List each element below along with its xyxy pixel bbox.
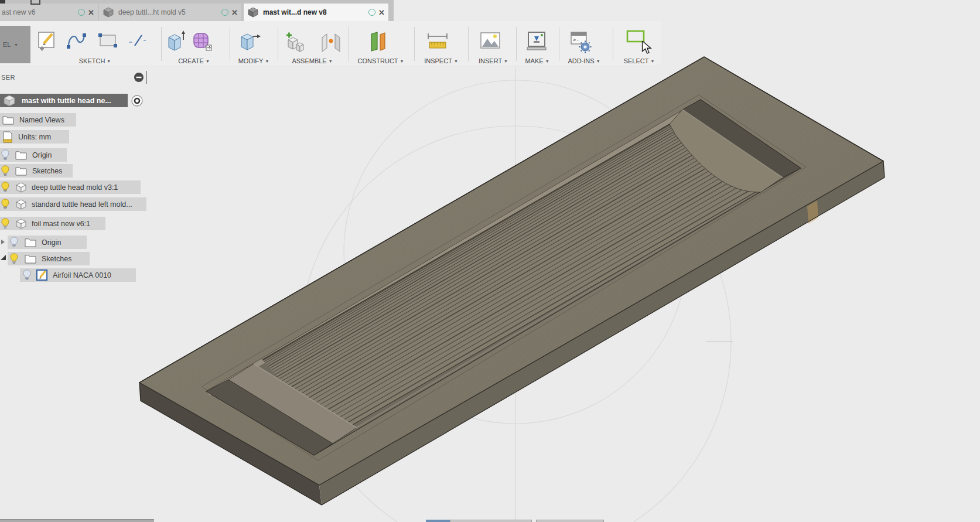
insert-group-label[interactable]: INSERT▼ (479, 57, 508, 64)
assemble-group-label[interactable]: ASSEMBLE▼ (292, 57, 332, 64)
component-cube-icon (3, 94, 16, 107)
measure-icon[interactable] (426, 29, 449, 54)
browser-item-units[interactable]: Units: mm (0, 130, 69, 144)
fusion360-window: ast new v6 ✕ deep tuttl...ht mold v5 ✕ m… (0, 0, 980, 522)
browser-item-origin-child[interactable]: Origin (8, 236, 87, 249)
inspect-group-label[interactable]: INSPECT▼ (424, 57, 458, 64)
sketch-group-label[interactable]: SKETCH▼ (79, 57, 111, 64)
toolbar-separator (278, 27, 278, 61)
cropped-icon-fragment (0, 0, 5, 4)
unsaved-indicator-icon (368, 9, 375, 16)
timeline-fragment-grey[interactable] (536, 520, 604, 522)
tab-title: ast new v6 (2, 8, 73, 16)
document-tab-3-active[interactable]: mast wit...d new v8 ✕ (244, 4, 388, 21)
document-ruler-icon (2, 131, 13, 143)
document-tab-2[interactable]: deep tuttl...ht mold v5 ✕ (99, 4, 241, 21)
construct-plane-icon[interactable] (367, 29, 389, 54)
browser-item-named-views[interactable]: Named Views (0, 113, 76, 127)
close-tab-icon[interactable]: ✕ (231, 9, 238, 16)
browser-item-sketches[interactable]: Sketches (0, 164, 73, 178)
document-tab-1[interactable]: ast new v6 ✕ (0, 4, 98, 21)
visibility-bulb-on-icon[interactable] (10, 253, 18, 264)
document-tab-bar: ast new v6 ✕ deep tuttl...ht mold v5 ✕ m… (0, 0, 394, 21)
folder-icon (25, 238, 36, 247)
tab-title: deep tuttl...ht mold v5 (118, 8, 217, 16)
visibility-bulb-on-icon[interactable] (1, 182, 9, 193)
root-component-label: mast with tuttle head ne... (22, 97, 111, 105)
component-cube-icon (103, 6, 114, 18)
close-tab-icon[interactable]: ✕ (378, 9, 385, 16)
timeline-fragment-bar[interactable] (0, 519, 154, 522)
ribbon-toolbar: EL ▼ (0, 21, 661, 66)
line-icon[interactable] (128, 29, 150, 54)
sketch-icon (36, 269, 48, 281)
unsaved-indicator-icon (221, 9, 228, 16)
create-group-label[interactable]: CREATE▼ (178, 57, 210, 64)
modify-group-label[interactable]: MODIFY▼ (238, 57, 269, 64)
toolbar-separator (414, 27, 415, 61)
expand-arrow-collapsed-icon[interactable] (1, 240, 5, 244)
rectangle-icon[interactable] (97, 29, 119, 54)
create-sketch-icon[interactable] (36, 29, 59, 54)
unsaved-indicator-icon (78, 9, 85, 16)
browser-item-component[interactable]: foil mast new v6:1 (0, 217, 105, 230)
browser-header-label: SER (1, 74, 15, 81)
browser-item-sketches-child[interactable]: Sketches (8, 252, 90, 265)
new-component-icon[interactable] (282, 29, 305, 54)
insert-image-icon[interactable] (479, 29, 501, 54)
expand-arrow-expanded-icon[interactable] (1, 255, 6, 260)
toolbar-separator (613, 27, 613, 61)
toolbar-separator (516, 27, 517, 61)
panel-drag-handle[interactable] (146, 71, 147, 84)
timeline-fragment-blue[interactable] (426, 520, 450, 522)
3d-print-icon[interactable] (525, 29, 548, 54)
press-pull-icon[interactable] (239, 29, 261, 54)
folder-icon (25, 254, 36, 264)
make-group-label[interactable]: MAKE▼ (525, 57, 549, 64)
visibility-bulb-off-icon[interactable] (10, 237, 18, 248)
scripts-addins-icon[interactable]: >- (569, 29, 592, 54)
component-cube-icon (15, 199, 27, 210)
tab-title: mast wit...d new v8 (263, 8, 364, 16)
extrude-icon[interactable] (165, 29, 187, 54)
visibility-bulb-off-icon[interactable] (1, 149, 9, 161)
construct-group-label[interactable]: CONSTRUCT▼ (358, 57, 404, 64)
browser-root-component[interactable]: mast with tuttle head ne... (0, 94, 128, 107)
browser-item-origin[interactable]: Origin (0, 148, 67, 162)
folder-icon (15, 166, 27, 176)
browser-panel: SER mast with tuttle head ne... Named Vi… (0, 69, 158, 292)
browser-item-component[interactable]: deep tuttle head mold v3:1 (0, 180, 141, 194)
close-tab-icon[interactable]: ✕ (88, 9, 94, 16)
collapse-browser-icon[interactable] (134, 72, 144, 83)
browser-item-airfoil-sketch[interactable]: Airfoil NACA 0010 (20, 268, 136, 282)
visibility-bulb-on-icon[interactable] (1, 199, 9, 210)
visibility-bulb-on-icon[interactable] (1, 218, 9, 229)
toolbar-separator (161, 27, 162, 61)
visibility-bulb-on-icon[interactable] (1, 165, 9, 176)
timeline-fragment-grey[interactable] (450, 520, 532, 522)
svg-text:>-: >- (573, 37, 579, 43)
component-cube-icon (15, 218, 27, 230)
joint-icon[interactable] (320, 29, 342, 54)
toolbar-separator (468, 27, 469, 61)
toolbar-separator (230, 27, 230, 61)
toolbar-separator (349, 27, 349, 61)
select-group-label[interactable]: SELECT▼ (624, 57, 655, 64)
folder-icon (2, 115, 14, 125)
mouse-cursor (641, 41, 653, 55)
component-cube-icon (247, 6, 259, 18)
spline-icon[interactable] (66, 29, 88, 54)
component-cube-icon (15, 182, 27, 193)
browser-item-component[interactable]: standard tuttle head left mold... (0, 197, 146, 211)
addins-group-label[interactable]: ADD-INS▼ (568, 57, 600, 64)
cropped-icon-fragment (30, 0, 40, 5)
folder-icon (15, 151, 27, 160)
component-activate-radio[interactable] (131, 95, 143, 107)
toolbar-separator (559, 27, 559, 61)
visibility-bulb-off-icon[interactable] (23, 269, 31, 281)
workspace-selector[interactable]: EL ▼ (0, 26, 30, 63)
create-form-icon[interactable] (191, 29, 213, 54)
workspace-label: EL ▼ (3, 41, 18, 48)
